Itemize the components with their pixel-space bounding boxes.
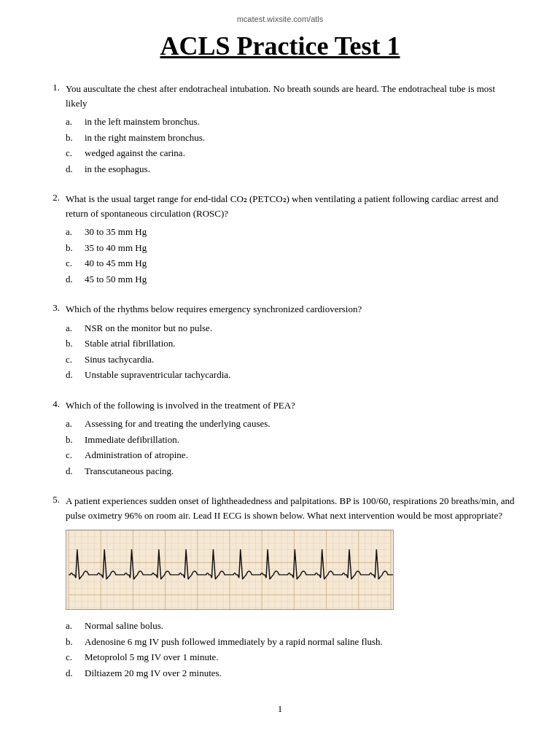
question-number-5: 5.	[44, 494, 66, 506]
answer-item-2-2: b.35 to 40 mm Hg	[66, 241, 516, 255]
answer-item-5-2: b.Adenosine 6 mg IV push followed immedi…	[66, 635, 516, 649]
answer-item-2-3: c.40 to 45 mm Hg	[66, 256, 516, 271]
answer-text-4-1: Assessing for and treating the underlyin…	[85, 417, 516, 431]
answer-item-3-4: d.Unstable supraventricular tachycardia.	[66, 368, 516, 382]
question-text-4: Which of the following is involved in th…	[66, 398, 516, 413]
answer-letter-2-3: c.	[66, 256, 85, 271]
question-4: 4.Which of the following is involved in …	[44, 398, 516, 480]
answer-letter-1-1: a.	[66, 115, 85, 129]
question-1: 1.You auscultate the chest after endotra…	[44, 82, 516, 177]
question-content-2: What is the usual target range for end-t…	[66, 192, 516, 287]
page-title: ACLS Practice Test 1	[44, 31, 516, 61]
answer-list-3: a.NSR on the monitor but no pulse.b.Stab…	[66, 321, 516, 382]
answer-letter-2-4: d.	[66, 272, 85, 287]
answer-letter-4-3: c.	[66, 448, 85, 462]
answer-text-4-2: Immediate defibrillation.	[85, 433, 516, 447]
page-number: 1	[44, 703, 516, 715]
question-5: 5.A patient experiences sudden onset of …	[44, 494, 516, 681]
question-number-1: 1.	[44, 82, 66, 93]
answer-text-4-3: Administration of atropine.	[85, 448, 516, 462]
website-url: mcatest.wixsite.com/atls	[44, 15, 516, 23]
answer-item-3-1: a.NSR on the monitor but no pulse.	[66, 321, 516, 336]
answer-letter-4-4: d.	[66, 464, 85, 479]
answer-letter-2-1: a.	[66, 225, 85, 239]
question-content-5: A patient experiences sudden onset of li…	[66, 494, 516, 681]
answer-text-2-4: 45 to 50 mm Hg	[85, 272, 516, 287]
answer-item-3-2: b.Stable atrial fibrillation.	[66, 336, 516, 351]
question-text-1: You auscultate the chest after endotrach…	[66, 82, 516, 110]
question-2: 2.What is the usual target range for end…	[44, 192, 516, 287]
answer-item-1-1: a.in the left mainstem bronchus.	[66, 115, 516, 129]
question-number-3: 3.	[44, 302, 66, 314]
answer-letter-3-3: c.	[66, 352, 85, 367]
answer-text-5-1: Normal saline bolus.	[85, 619, 516, 633]
answer-letter-3-1: a.	[66, 321, 85, 336]
answer-letter-5-4: d.	[66, 666, 85, 681]
answer-item-1-3: c.wedged against the carina.	[66, 146, 516, 160]
answer-item-4-1: a.Assessing for and treating the underly…	[66, 417, 516, 431]
question-content-3: Which of the rhythms below requires emer…	[66, 302, 516, 384]
answer-letter-4-1: a.	[66, 417, 85, 431]
question-number-4: 4.	[44, 398, 66, 410]
answer-text-1-3: wedged against the carina.	[85, 146, 516, 160]
question-text-2: What is the usual target range for end-t…	[66, 192, 516, 220]
answer-letter-3-4: d.	[66, 368, 85, 382]
question-3: 3.Which of the rhythms below requires em…	[44, 302, 516, 384]
answer-item-5-3: c.Metoprolol 5 mg IV over 1 minute.	[66, 650, 516, 665]
answer-list-2: a.30 to 35 mm Hgb.35 to 40 mm Hgc.40 to …	[66, 225, 516, 286]
answer-text-3-4: Unstable supraventricular tachycardia.	[85, 368, 516, 382]
answer-text-5-3: Metoprolol 5 mg IV over 1 minute.	[85, 650, 516, 665]
answer-letter-2-2: b.	[66, 241, 85, 255]
answer-text-4-4: Transcutaneous pacing.	[85, 464, 516, 479]
answer-text-1-2: in the right mainstem bronchus.	[85, 131, 516, 145]
answer-letter-1-3: c.	[66, 146, 85, 160]
answer-item-1-4: d.in the esophagus.	[66, 162, 516, 177]
answer-item-5-1: a.Normal saline bolus.	[66, 619, 516, 633]
question-number-2: 2.	[44, 192, 66, 204]
answer-letter-5-3: c.	[66, 650, 85, 665]
answer-list-4: a.Assessing for and treating the underly…	[66, 417, 516, 478]
answer-item-4-2: b.Immediate defibrillation.	[66, 433, 516, 447]
questions-container: 1.You auscultate the chest after endotra…	[44, 82, 516, 681]
answer-list-1: a.in the left mainstem bronchus.b.in the…	[66, 115, 516, 176]
answer-text-1-4: in the esophagus.	[85, 162, 516, 177]
answer-item-5-4: d.Diltiazem 20 mg IV over 2 minutes.	[66, 666, 516, 681]
answer-item-4-3: c.Administration of atropine.	[66, 448, 516, 462]
question-text-5: A patient experiences sudden onset of li…	[66, 494, 516, 522]
answer-letter-4-2: b.	[66, 433, 85, 447]
answer-letter-5-1: a.	[66, 619, 85, 633]
answer-letter-1-2: b.	[66, 131, 85, 145]
answer-text-5-4: Diltiazem 20 mg IV over 2 minutes.	[85, 666, 516, 681]
question-text-3: Which of the rhythms below requires emer…	[66, 302, 516, 317]
answer-letter-3-2: b.	[66, 336, 85, 351]
answer-text-5-2: Adenosine 6 mg IV push followed immediat…	[85, 635, 516, 649]
answer-item-2-4: d.45 to 50 mm Hg	[66, 272, 516, 287]
answer-text-3-1: NSR on the monitor but no pulse.	[85, 321, 516, 336]
answer-text-2-3: 40 to 45 mm Hg	[85, 256, 516, 271]
answer-text-2-1: 30 to 35 mm Hg	[85, 225, 516, 239]
answer-text-2-2: 35 to 40 mm Hg	[85, 241, 516, 255]
answer-list-5: a.Normal saline bolus.b.Adenosine 6 mg I…	[66, 619, 516, 680]
answer-text-1-1: in the left mainstem bronchus.	[85, 115, 516, 129]
answer-text-3-3: Sinus tachycardia.	[85, 352, 516, 367]
answer-letter-1-4: d.	[66, 162, 85, 177]
answer-item-2-1: a.30 to 35 mm Hg	[66, 225, 516, 239]
answer-text-3-2: Stable atrial fibrillation.	[85, 336, 516, 351]
question-content-1: You auscultate the chest after endotrach…	[66, 82, 516, 177]
question-content-4: Which of the following is involved in th…	[66, 398, 516, 480]
answer-item-4-4: d.Transcutaneous pacing.	[66, 464, 516, 479]
answer-item-3-3: c.Sinus tachycardia.	[66, 352, 516, 367]
answer-letter-5-2: b.	[66, 635, 85, 649]
ecg-image	[66, 530, 394, 610]
answer-item-1-2: b.in the right mainstem bronchus.	[66, 131, 516, 145]
